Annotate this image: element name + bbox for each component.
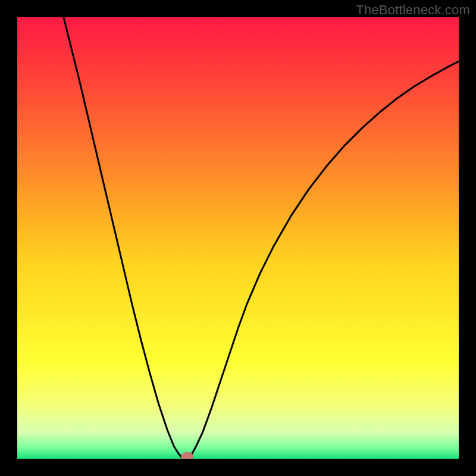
chart-svg (17, 17, 459, 459)
chart-background (17, 17, 459, 459)
plot-area (17, 17, 459, 459)
watermark-text: TheBottleneck.com (356, 2, 470, 18)
chart-frame: TheBottleneck.com (0, 0, 476, 476)
